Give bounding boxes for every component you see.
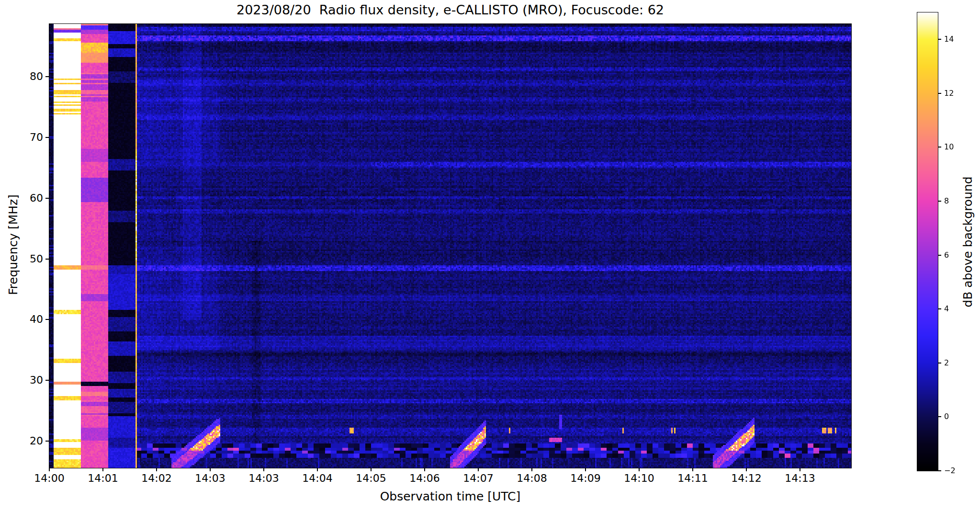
x-tick-mark xyxy=(746,468,747,471)
x-tick-label: 14:10 xyxy=(615,472,663,484)
x-tick-mark xyxy=(317,468,318,471)
spectrogram-plot xyxy=(49,24,851,468)
x-tick-label: 14:02 xyxy=(133,472,180,484)
colorbar-tick-label: 10 xyxy=(944,142,954,151)
chart-title: 2023/08/20 Radio flux density, e-CALLIST… xyxy=(49,2,851,17)
colorbar xyxy=(917,12,938,471)
x-tick-label: 14:04 xyxy=(293,472,341,484)
x-axis-label: Observation time [UTC] xyxy=(49,489,851,503)
x-tick-mark xyxy=(585,468,586,471)
colorbar-tick-mark xyxy=(938,201,941,202)
y-axis-label: Frequency [MHz] xyxy=(6,194,20,295)
colorbar-tick-label: 4 xyxy=(944,304,949,313)
x-tick-label: 14:03 xyxy=(186,472,234,484)
x-tick-mark xyxy=(156,468,157,471)
y-tick-label: 70 xyxy=(13,131,43,143)
y-tick-mark xyxy=(45,259,49,260)
colorbar-tick-label: 8 xyxy=(944,196,949,205)
x-tick-mark xyxy=(210,468,211,471)
figure: 2023/08/20 Radio flux density, e-CALLIST… xyxy=(0,0,980,511)
y-tick-mark xyxy=(45,76,49,77)
x-tick-label: 14:01 xyxy=(79,472,127,484)
colorbar-tick-label: 14 xyxy=(944,34,954,44)
y-tick-label: 20 xyxy=(13,435,43,447)
x-tick-label: 14:09 xyxy=(562,472,609,484)
colorbar-tick-mark xyxy=(938,470,941,471)
colorbar-tick-label: 12 xyxy=(944,89,954,98)
x-tick-label: 14:00 xyxy=(25,472,73,484)
y-tick-mark xyxy=(45,319,49,320)
x-tick-label: 14:11 xyxy=(669,472,717,484)
y-tick-label: 80 xyxy=(13,70,43,82)
x-tick-label: 14:03 xyxy=(240,472,288,484)
colorbar-tick-mark xyxy=(938,308,941,309)
x-tick-mark xyxy=(478,468,479,471)
x-tick-mark xyxy=(49,468,50,471)
colorbar-tick-mark xyxy=(938,363,941,363)
y-tick-mark xyxy=(45,137,49,138)
colorbar-tick-label: 6 xyxy=(944,250,949,260)
x-tick-label: 14:12 xyxy=(722,472,770,484)
colorbar-tick-label: 0 xyxy=(944,412,949,421)
colorbar-canvas xyxy=(917,12,938,471)
colorbar-label: dB above background xyxy=(961,176,975,307)
colorbar-tick-mark xyxy=(938,93,941,94)
y-tick-label: 40 xyxy=(13,313,43,325)
x-tick-mark xyxy=(692,468,693,471)
x-tick-mark xyxy=(102,468,103,471)
x-tick-label: 14:07 xyxy=(454,472,502,484)
y-tick-mark xyxy=(45,380,49,381)
x-tick-mark xyxy=(639,468,640,471)
y-tick-label: 30 xyxy=(13,374,43,386)
x-tick-label: 14:13 xyxy=(776,472,824,484)
colorbar-tick-mark xyxy=(938,39,941,40)
x-tick-mark xyxy=(800,468,800,471)
colorbar-tick-mark xyxy=(938,147,941,148)
x-tick-label: 14:05 xyxy=(347,472,395,484)
y-tick-mark xyxy=(45,198,49,199)
colorbar-tick-mark xyxy=(938,255,941,256)
x-tick-mark xyxy=(263,468,264,471)
colorbar-tick-label: −2 xyxy=(944,466,956,475)
spectrogram-canvas xyxy=(49,24,851,468)
y-tick-mark xyxy=(45,441,49,442)
x-tick-mark xyxy=(424,468,425,471)
colorbar-tick-label: 2 xyxy=(944,358,949,367)
colorbar-tick-mark xyxy=(938,416,941,417)
x-tick-label: 14:06 xyxy=(401,472,449,484)
x-tick-mark xyxy=(371,468,372,471)
x-tick-mark xyxy=(531,468,532,471)
x-tick-label: 14:08 xyxy=(508,472,556,484)
